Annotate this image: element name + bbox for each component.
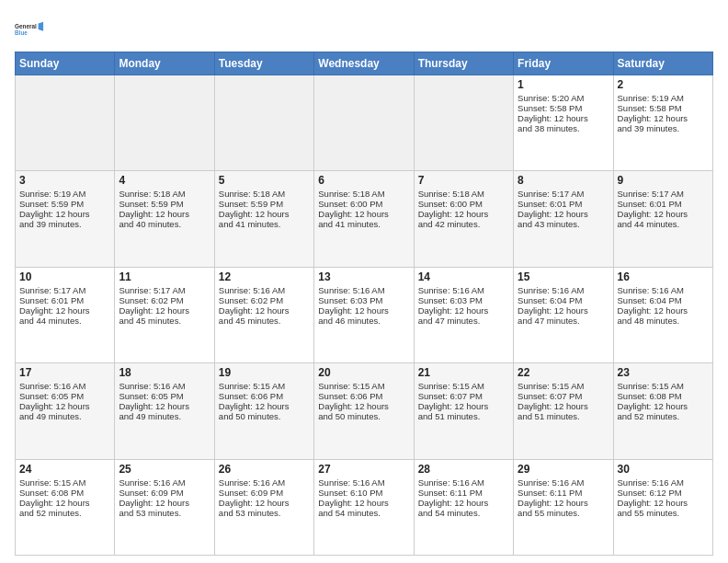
day-info-line: Sunset: 6:02 PM: [119, 295, 210, 305]
day-number: 29: [518, 463, 609, 476]
day-info-line: Daylight: 12 hours: [119, 209, 210, 219]
day-info-line: Sunset: 6:01 PM: [518, 199, 609, 209]
day-info-line: Sunset: 5:58 PM: [518, 103, 609, 113]
week-row-1: 1Sunrise: 5:20 AMSunset: 5:58 PMDaylight…: [16, 75, 713, 171]
day-info-line: Sunrise: 5:16 AM: [19, 381, 110, 391]
day-info-line: Sunrise: 5:18 AM: [219, 189, 310, 199]
day-info-line: Sunset: 6:00 PM: [318, 199, 409, 209]
day-info-line: Sunrise: 5:17 AM: [19, 285, 110, 295]
calendar-cell: 22Sunrise: 5:15 AMSunset: 6:07 PMDayligh…: [514, 363, 613, 459]
calendar-cell: 21Sunrise: 5:15 AMSunset: 6:07 PMDayligh…: [414, 363, 513, 459]
calendar-cell: 20Sunrise: 5:15 AMSunset: 6:06 PMDayligh…: [314, 363, 414, 459]
day-info-line: Sunset: 6:09 PM: [219, 488, 310, 498]
day-info-line: and 46 minutes.: [318, 316, 409, 326]
day-info-line: Daylight: 12 hours: [518, 498, 609, 508]
day-info-line: Daylight: 12 hours: [318, 498, 409, 508]
day-info-line: Sunrise: 5:16 AM: [418, 285, 509, 295]
day-info-line: Daylight: 12 hours: [219, 498, 310, 508]
day-number: 12: [219, 270, 310, 283]
calendar-cell: 14Sunrise: 5:16 AMSunset: 6:03 PMDayligh…: [414, 267, 513, 362]
day-info-line: Sunset: 6:03 PM: [418, 295, 509, 305]
svg-text:General: General: [15, 23, 37, 29]
week-row-2: 3Sunrise: 5:19 AMSunset: 5:59 PMDaylight…: [16, 171, 713, 267]
calendar-cell: 10Sunrise: 5:17 AMSunset: 6:01 PMDayligh…: [16, 267, 115, 362]
day-info-line: and 38 minutes.: [518, 123, 609, 133]
day-info-line: and 45 minutes.: [219, 316, 310, 326]
logo-icon: GeneralBlue: [15, 15, 44, 44]
day-info-line: and 47 minutes.: [518, 316, 609, 326]
day-info-line: and 51 minutes.: [418, 411, 509, 421]
day-info-line: Sunset: 6:08 PM: [19, 488, 110, 498]
day-info-line: Sunrise: 5:18 AM: [418, 189, 509, 199]
day-number: 14: [418, 270, 509, 283]
day-info-line: Daylight: 12 hours: [518, 209, 609, 219]
day-info-line: Sunrise: 5:16 AM: [418, 477, 509, 488]
day-info-line: and 47 minutes.: [418, 316, 509, 326]
day-info-line: Sunset: 6:09 PM: [119, 488, 210, 498]
col-header-thursday: Thursday: [414, 52, 513, 75]
day-info-line: Daylight: 12 hours: [219, 305, 310, 316]
week-row-5: 24Sunrise: 5:15 AMSunset: 6:08 PMDayligh…: [16, 459, 713, 555]
day-info-line: Sunset: 5:58 PM: [618, 103, 709, 113]
day-number: 2: [618, 78, 709, 91]
calendar-cell: 1Sunrise: 5:20 AMSunset: 5:58 PMDaylight…: [514, 75, 613, 171]
day-info-line: Daylight: 12 hours: [19, 305, 110, 316]
day-info-line: and 48 minutes.: [618, 316, 709, 326]
day-info-line: Sunrise: 5:16 AM: [618, 285, 709, 295]
col-header-wednesday: Wednesday: [314, 52, 414, 75]
day-info-line: Daylight: 12 hours: [518, 113, 609, 123]
day-number: 3: [19, 174, 110, 187]
header: GeneralBlue: [15, 15, 713, 44]
day-info-line: Daylight: 12 hours: [219, 401, 310, 411]
day-number: 30: [618, 463, 709, 476]
day-info-line: and 54 minutes.: [318, 508, 409, 518]
day-number: 11: [119, 270, 210, 283]
page: GeneralBlue SundayMondayTuesdayWednesday…: [0, 0, 728, 563]
day-info-line: Sunrise: 5:20 AM: [518, 93, 609, 103]
day-info-line: Sunset: 6:11 PM: [518, 488, 609, 498]
calendar-cell: 16Sunrise: 5:16 AMSunset: 6:04 PMDayligh…: [613, 267, 712, 362]
calendar-cell: 24Sunrise: 5:15 AMSunset: 6:08 PMDayligh…: [16, 459, 115, 555]
day-info-line: and 44 minutes.: [19, 316, 110, 326]
day-info-line: and 41 minutes.: [318, 219, 409, 229]
day-info-line: and 42 minutes.: [418, 219, 509, 229]
day-number: 15: [518, 270, 609, 283]
day-info-line: Daylight: 12 hours: [618, 498, 709, 508]
day-info-line: and 50 minutes.: [318, 411, 409, 421]
day-info-line: Sunrise: 5:15 AM: [318, 381, 409, 391]
day-info-line: Sunset: 6:05 PM: [119, 391, 210, 401]
day-info-line: Daylight: 12 hours: [219, 209, 310, 219]
calendar-cell: [115, 75, 214, 171]
day-info-line: Daylight: 12 hours: [119, 305, 210, 316]
day-info-line: Sunset: 6:01 PM: [618, 199, 709, 209]
day-info-line: Sunset: 6:03 PM: [318, 295, 409, 305]
day-number: 6: [318, 174, 409, 187]
calendar-cell: 12Sunrise: 5:16 AMSunset: 6:02 PMDayligh…: [214, 267, 313, 362]
day-number: 21: [418, 366, 509, 379]
day-info-line: and 49 minutes.: [19, 411, 110, 421]
col-header-sunday: Sunday: [16, 52, 115, 75]
calendar-cell: 4Sunrise: 5:18 AMSunset: 5:59 PMDaylight…: [115, 171, 214, 267]
day-number: 8: [518, 174, 609, 187]
calendar-cell: 8Sunrise: 5:17 AMSunset: 6:01 PMDaylight…: [514, 171, 613, 267]
week-row-3: 10Sunrise: 5:17 AMSunset: 6:01 PMDayligh…: [16, 267, 713, 362]
day-info-line: Daylight: 12 hours: [318, 209, 409, 219]
day-number: 9: [618, 174, 709, 187]
day-info-line: Daylight: 12 hours: [318, 305, 409, 316]
day-info-line: Sunrise: 5:16 AM: [119, 477, 210, 488]
calendar-cell: 30Sunrise: 5:16 AMSunset: 6:12 PMDayligh…: [613, 459, 712, 555]
day-info-line: Sunset: 6:05 PM: [19, 391, 110, 401]
day-number: 26: [219, 463, 310, 476]
day-info-line: Sunset: 6:04 PM: [518, 295, 609, 305]
calendar-cell: 3Sunrise: 5:19 AMSunset: 5:59 PMDaylight…: [16, 171, 115, 267]
day-info-line: Daylight: 12 hours: [418, 305, 509, 316]
logo: GeneralBlue: [15, 15, 44, 44]
day-info-line: Daylight: 12 hours: [618, 113, 709, 123]
svg-text:Blue: Blue: [15, 29, 28, 36]
day-number: 5: [219, 174, 310, 187]
day-info-line: Sunset: 5:59 PM: [19, 199, 110, 209]
day-info-line: Sunrise: 5:17 AM: [119, 285, 210, 295]
col-header-tuesday: Tuesday: [214, 52, 313, 75]
day-info-line: and 39 minutes.: [618, 123, 709, 133]
day-info-line: Sunrise: 5:16 AM: [618, 477, 709, 488]
